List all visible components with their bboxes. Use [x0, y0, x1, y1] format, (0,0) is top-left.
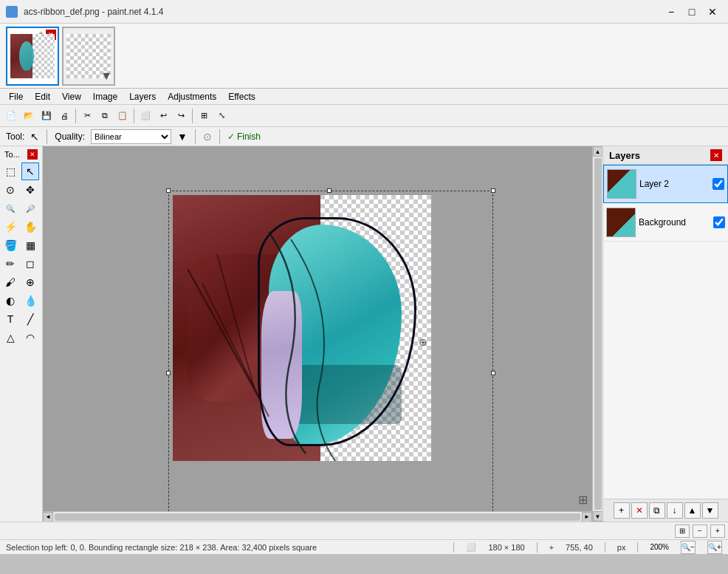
- save-button[interactable]: 💾: [38, 108, 55, 124]
- menu-adjustments[interactable]: Adjustments: [162, 90, 222, 103]
- sec-toolbar-sep3: [219, 129, 220, 144]
- tool-pencil[interactable]: ✏: [1, 255, 19, 273]
- scroll-thumb-v[interactable]: [594, 158, 602, 510]
- move-layer-up-button[interactable]: ▲: [684, 502, 701, 519]
- crop-button[interactable]: ⊞: [196, 108, 212, 124]
- minimize-button[interactable]: −: [662, 4, 681, 20]
- undo-button[interactable]: ↩: [155, 108, 171, 124]
- image-tab-active[interactable]: ✕ ★: [6, 27, 59, 86]
- deselect-button[interactable]: ⬜: [137, 108, 154, 124]
- handle-mr[interactable]: [491, 371, 495, 375]
- move-crosshair[interactable]: ⊕: [416, 335, 430, 349]
- maximize-button[interactable]: □: [682, 4, 701, 20]
- layers-close-button[interactable]: ✕: [710, 149, 722, 161]
- menu-layers[interactable]: Layers: [123, 90, 162, 103]
- zoom-in-btn[interactable]: +: [710, 525, 725, 538]
- cursor-icon: +: [549, 543, 554, 552]
- scroll-left-button[interactable]: ◄: [43, 512, 53, 522]
- tool-gradient[interactable]: ▦: [21, 236, 39, 254]
- print-button[interactable]: 🖨: [56, 108, 72, 124]
- layer-list: Layer 2 Background: [603, 165, 728, 499]
- zoom-percent-button[interactable]: 200%: [650, 543, 669, 551]
- tool-magic-wand[interactable]: ⚡: [1, 218, 19, 236]
- vertical-scrollbar[interactable]: ▲ ▼: [592, 146, 602, 522]
- horizontal-scrollbar[interactable]: ◄ ►: [43, 511, 592, 522]
- tab-bar: ✕ ★ ▼: [0, 24, 728, 89]
- handle-tr[interactable]: [491, 188, 495, 193]
- cut-button[interactable]: ✂: [79, 108, 95, 124]
- layer-item-layer2[interactable]: Layer 2: [603, 165, 728, 203]
- layers-toolbar: + ✕ ⧉ ↓ ▲ ▼: [603, 499, 728, 522]
- handle-tl[interactable]: [166, 188, 171, 193]
- zoom-out-btn[interactable]: −: [693, 525, 707, 538]
- tool-paintbrush[interactable]: 🖌: [1, 273, 19, 291]
- handle-ml[interactable]: [166, 371, 171, 375]
- layer2-visibility-checkbox[interactable]: [712, 178, 724, 190]
- open-button[interactable]: 📂: [21, 108, 37, 124]
- quality-select[interactable]: Bilinear Nearest Neighbor Bicubic: [91, 129, 171, 144]
- menu-effects[interactable]: Effects: [222, 90, 261, 103]
- selection-info: Selection top left: 0, 0. Bounding recta…: [6, 543, 442, 552]
- merge-down-button[interactable]: ↓: [667, 502, 683, 519]
- tool-select-icon[interactable]: ↖: [30, 131, 39, 143]
- tool-move-selection[interactable]: ↖: [21, 163, 39, 180]
- menu-edit[interactable]: Edit: [29, 90, 56, 103]
- handle-tm[interactable]: [327, 188, 332, 193]
- tool-text[interactable]: T: [1, 310, 19, 328]
- tool-pan[interactable]: ✋: [21, 218, 39, 236]
- add-layer-button[interactable]: +: [614, 502, 630, 519]
- new-button[interactable]: 📄: [3, 108, 19, 124]
- menu-view[interactable]: View: [56, 90, 87, 103]
- copy-button[interactable]: ⧉: [97, 108, 113, 124]
- paste-button[interactable]: 📋: [114, 108, 131, 124]
- toolbar-separator-1: [75, 109, 76, 123]
- background-name: Background: [639, 217, 710, 228]
- tab-dropdown-icon: ▼: [100, 69, 112, 83]
- tool-panel-header: To... ✕: [1, 148, 41, 161]
- redo-button[interactable]: ↪: [173, 108, 189, 124]
- layer-item-background[interactable]: Background: [603, 203, 728, 242]
- menu-image[interactable]: Image: [87, 90, 123, 103]
- tool-clone-stamp[interactable]: ⊕: [21, 273, 39, 291]
- delete-layer-button[interactable]: ✕: [631, 502, 648, 519]
- background-visibility-checkbox[interactable]: [713, 216, 725, 228]
- tool-rectangle-select[interactable]: ⬚: [1, 163, 19, 180]
- bottom-toolbar: ⊞ − +: [0, 522, 728, 539]
- tool-panel-label: To...: [4, 150, 20, 159]
- scroll-right-button[interactable]: ►: [582, 512, 592, 522]
- secondary-toolbar: Tool: ↖ Quality: Bilinear Nearest Neighb…: [0, 127, 728, 146]
- close-button[interactable]: ✕: [703, 4, 722, 20]
- scroll-down-button[interactable]: ▼: [593, 511, 603, 522]
- layers-title: Layers: [609, 150, 640, 161]
- canvas-area[interactable]: ⊕ ⊞ ▲ ▼ ◄ ►: [43, 146, 602, 522]
- move-layer-down-button[interactable]: ▼: [702, 502, 718, 519]
- layer2-name: Layer 2: [639, 179, 710, 189]
- tool-eraser[interactable]: ◻: [21, 255, 39, 273]
- image-tab-2[interactable]: ▼: [62, 27, 115, 86]
- status-zoom-in[interactable]: 🔍+: [707, 541, 722, 554]
- scroll-up-button[interactable]: ▲: [593, 146, 603, 157]
- tool-line[interactable]: ╱: [21, 310, 39, 328]
- tool-zoom-out[interactable]: 🔎: [21, 199, 39, 217]
- toolbar-separator-3: [192, 109, 193, 123]
- tool-panel-close[interactable]: ✕: [27, 149, 38, 160]
- status-zoom-out[interactable]: 🔍−: [681, 541, 696, 554]
- menu-file[interactable]: File: [3, 90, 29, 103]
- tool-path[interactable]: ◠: [21, 329, 39, 346]
- tool-recolor[interactable]: ◐: [1, 292, 19, 310]
- status-bar: Selection top left: 0, 0. Bounding recta…: [0, 539, 728, 554]
- duplicate-layer-button[interactable]: ⧉: [649, 502, 665, 519]
- tool-move-pixels[interactable]: ✥: [21, 181, 39, 199]
- scroll-thumb-h[interactable]: [55, 513, 580, 521]
- window-title: acs-ribbon_def.png - paint.net 4.1.4: [24, 7, 163, 17]
- tool-paint-bucket[interactable]: 🪣: [1, 236, 19, 254]
- fit-window-button[interactable]: ⊞: [675, 525, 690, 538]
- tool-shapes[interactable]: △: [1, 329, 19, 346]
- unit-label: px: [617, 543, 626, 552]
- tool-color-picker[interactable]: 💧: [21, 292, 39, 310]
- tool-lasso[interactable]: ⊙: [1, 181, 19, 199]
- finish-button[interactable]: ✓ Finish: [227, 131, 261, 142]
- app-icon: [6, 6, 18, 18]
- resize-button[interactable]: ⤡: [213, 108, 230, 124]
- tool-zoom-in[interactable]: 🔍: [1, 199, 19, 217]
